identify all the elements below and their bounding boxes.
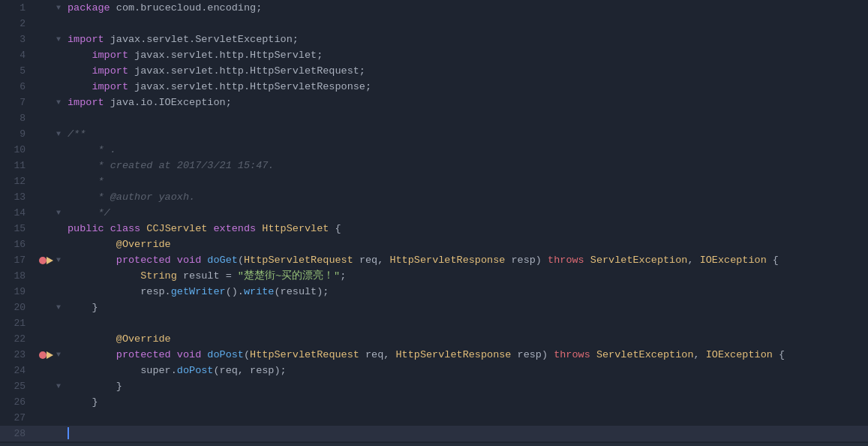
line-content[interactable]: String result = "楚楚街~买的漂亮！"; — [65, 268, 868, 284]
line-number: 7 — [0, 95, 38, 110]
code-line: 11 * created at 2017/3/21 15:47. — [0, 158, 868, 173]
line-number: 4 — [0, 47, 38, 63]
line-content[interactable]: super.doPost(req, resp); — [65, 363, 868, 378]
code-line: 1▼package com.brucecloud.encoding; — [0, 0, 868, 16]
cursor — [68, 427, 69, 439]
debug-arrow-icon — [47, 257, 53, 264]
line-content[interactable]: @Override — [65, 331, 868, 347]
line-content[interactable]: */ — [65, 205, 868, 221]
code-line: 20▼ } — [0, 300, 868, 315]
fold-arrow-icon[interactable]: ▼ — [56, 378, 61, 394]
code-line: 10 * . — [0, 142, 868, 158]
line-number: 11 — [0, 158, 38, 173]
fold-arrow-icon[interactable]: ▼ — [56, 32, 61, 47]
line-content[interactable]: @Override — [65, 237, 868, 252]
line-content[interactable]: import javax.servlet.http.HttpServletReq… — [65, 63, 868, 79]
fold-arrow-icon[interactable]: ▼ — [56, 300, 61, 315]
fold-column: ▼ — [53, 126, 65, 142]
code-line: 15public class CCJServlet extends HttpSe… — [0, 221, 868, 237]
line-number: 19 — [0, 284, 38, 300]
code-line: 27 — [0, 410, 868, 426]
line-content[interactable]: /** — [65, 126, 868, 142]
line-content[interactable]: protected void doPost(HttpServletRequest… — [65, 347, 868, 363]
line-number: 6 — [0, 79, 38, 95]
line-number: 24 — [0, 363, 38, 378]
code-line: 6 import javax.servlet.http.HttpServletR… — [0, 79, 868, 95]
fold-column: ▼ — [53, 347, 65, 363]
code-area: 1▼package com.brucecloud.encoding;2 3▼im… — [0, 0, 868, 446]
line-content[interactable]: * — [65, 173, 868, 189]
code-line: 25▼ } — [0, 378, 868, 394]
line-content[interactable]: import javax.servlet.ServletException; — [65, 32, 868, 47]
line-number: 13 — [0, 189, 38, 205]
code-line: 7▼import java.io.IOException; — [0, 95, 868, 110]
line-content[interactable]: import javax.servlet.http.HttpServlet; — [65, 47, 868, 63]
line-content[interactable]: protected void doGet(HttpServletRequest … — [65, 252, 868, 268]
fold-column: ▼ — [53, 205, 65, 221]
line-number: 28 — [0, 426, 38, 441]
line-content[interactable]: resp.getWriter().write(result); — [65, 284, 868, 300]
code-line: 23▼ protected void doPost(HttpServletReq… — [0, 347, 868, 363]
code-line: 5 import javax.servlet.http.HttpServletR… — [0, 63, 868, 79]
line-content[interactable] — [65, 16, 868, 32]
line-number: 10 — [0, 142, 38, 158]
line-number: 3 — [0, 32, 38, 47]
code-line: 19 resp.getWriter().write(result); — [0, 284, 868, 300]
fold-arrow-icon[interactable]: ▼ — [56, 252, 61, 268]
line-number: 20 — [0, 300, 38, 315]
breakpoint-icon[interactable] — [39, 257, 47, 264]
line-number: 17 — [0, 252, 38, 268]
line-content[interactable]: * @author yaoxh. — [65, 189, 868, 205]
breakpoint-icon[interactable] — [39, 351, 47, 359]
fold-arrow-icon[interactable]: ▼ — [56, 126, 61, 142]
line-number: 14 — [0, 205, 38, 221]
code-line: 13 * @author yaoxh. — [0, 189, 868, 205]
line-number: 22 — [0, 331, 38, 347]
code-line: 24 super.doPost(req, resp); — [0, 363, 868, 378]
line-content[interactable]: * created at 2017/3/21 15:47. — [65, 158, 868, 173]
line-content[interactable] — [65, 315, 868, 331]
code-line: 2 — [0, 16, 868, 32]
editor-container: 1▼package com.brucecloud.encoding;2 3▼im… — [0, 0, 868, 446]
line-content[interactable]: } — [65, 394, 868, 410]
line-number: 25 — [0, 378, 38, 394]
line-number: 16 — [0, 237, 38, 252]
fold-arrow-icon[interactable]: ▼ — [56, 347, 61, 363]
code-line: 14▼ */ — [0, 205, 868, 221]
fold-arrow-icon[interactable]: ▼ — [56, 0, 61, 16]
line-content[interactable]: public class CCJServlet extends HttpServ… — [65, 221, 868, 237]
line-number: 8 — [0, 110, 38, 126]
code-line: 16 @Override — [0, 237, 868, 252]
fold-column: ▼ — [53, 32, 65, 47]
code-line: 8 — [0, 110, 868, 126]
line-number: 12 — [0, 173, 38, 189]
line-content[interactable]: * . — [65, 142, 868, 158]
line-content[interactable]: import javax.servlet.http.HttpServletRes… — [65, 79, 868, 95]
line-content[interactable]: package com.brucecloud.encoding; — [65, 0, 868, 16]
fold-column: ▼ — [53, 300, 65, 315]
line-content[interactable] — [65, 110, 868, 126]
bottom-bar — [0, 443, 868, 446]
line-number: 2 — [0, 16, 38, 32]
line-content[interactable]: import java.io.IOException; — [65, 95, 868, 110]
line-number: 5 — [0, 63, 38, 79]
fold-column: ▼ — [53, 378, 65, 394]
line-number: 1 — [0, 0, 38, 16]
line-content[interactable] — [65, 426, 868, 441]
line-content[interactable]: } — [65, 300, 868, 315]
line-number: 21 — [0, 315, 38, 331]
code-line: 12 * — [0, 173, 868, 189]
line-number: 9 — [0, 126, 38, 142]
code-line: 3▼import javax.servlet.ServletException; — [0, 32, 868, 47]
line-content[interactable]: } — [65, 378, 868, 394]
fold-column: ▼ — [53, 0, 65, 16]
code-line: 21 — [0, 315, 868, 331]
line-content[interactable] — [65, 410, 868, 426]
code-line: 18 String result = "楚楚街~买的漂亮！"; — [0, 268, 868, 284]
code-line: 9▼/** — [0, 126, 868, 142]
fold-column: ▼ — [53, 95, 65, 110]
code-line: 22 @Override — [0, 331, 868, 347]
line-number: 23 — [0, 347, 38, 363]
fold-arrow-icon[interactable]: ▼ — [56, 95, 61, 110]
fold-arrow-icon[interactable]: ▼ — [56, 205, 61, 221]
